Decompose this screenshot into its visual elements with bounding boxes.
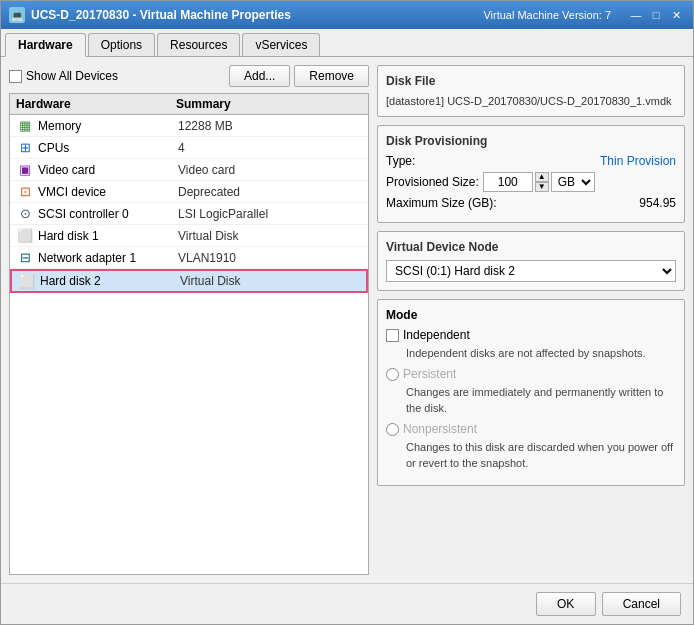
- cpu-icon: ⊞: [16, 140, 34, 156]
- show-all-left: Show All Devices: [9, 69, 118, 83]
- hardware-table: Hardware Summary ▦Memory12288 MB⊞CPUs4▣V…: [9, 93, 369, 575]
- unit-select[interactable]: GB MB TB: [551, 172, 595, 192]
- row-summary: 4: [178, 141, 362, 155]
- right-panel: Disk File [datastore1] UCS-D_20170830/UC…: [377, 65, 685, 575]
- row-hardware-name: VMCI device: [38, 185, 178, 199]
- window-icon: 💻: [9, 7, 25, 23]
- row-hardware-name: Hard disk 2: [40, 274, 180, 288]
- max-size-row: Maximum Size (GB): 954.95: [386, 196, 676, 210]
- vm-version: Virtual Machine Version: 7: [483, 9, 611, 21]
- disk-file-title: Disk File: [386, 74, 676, 88]
- nonpersistent-radio[interactable]: [386, 423, 399, 436]
- table-row[interactable]: ▣Video cardVideo card: [10, 159, 368, 181]
- row-hardware-name: Video card: [38, 163, 178, 177]
- row-hardware-name: CPUs: [38, 141, 178, 155]
- window-title: UCS-D_20170830 - Virtual Machine Propert…: [31, 8, 291, 22]
- table-row[interactable]: ⊙SCSI controller 0LSI LogicParallel: [10, 203, 368, 225]
- provisioned-label: Provisioned Size:: [386, 175, 479, 189]
- provisioned-size-row: Provisioned Size: ▲ ▼ GB MB TB: [386, 172, 676, 192]
- title-bar: 💻 UCS-D_20170830 - Virtual Machine Prope…: [1, 1, 693, 29]
- row-hardware-name: Hard disk 1: [38, 229, 178, 243]
- max-size-label: Maximum Size (GB):: [386, 196, 497, 210]
- net-icon: ⊟: [16, 250, 34, 266]
- row-summary: 12288 MB: [178, 119, 362, 133]
- tab-vservices[interactable]: vServices: [242, 33, 320, 56]
- row-summary: Video card: [178, 163, 362, 177]
- disk-icon: ⬜: [16, 228, 34, 244]
- footer: OK Cancel: [1, 583, 693, 624]
- add-button[interactable]: Add...: [229, 65, 290, 87]
- provisioned-input[interactable]: [483, 172, 533, 192]
- table-row[interactable]: ⊟Network adapter 1VLAN1910: [10, 247, 368, 269]
- video-icon: ▣: [16, 162, 34, 178]
- provisioned-spinner: ▲ ▼ GB MB TB: [483, 172, 595, 192]
- persistent-radio[interactable]: [386, 368, 399, 381]
- spinner-up[interactable]: ▲: [535, 172, 549, 182]
- row-hardware-name: Network adapter 1: [38, 251, 178, 265]
- disk-file-section: Disk File [datastore1] UCS-D_20170830/UC…: [377, 65, 685, 117]
- nonpersistent-label: Nonpersistent: [403, 422, 477, 436]
- type-value: Thin Provision: [480, 154, 676, 168]
- hardware-rows: ▦Memory12288 MB⊞CPUs4▣Video cardVideo ca…: [10, 115, 368, 293]
- table-row[interactable]: ⬜Hard disk 1Virtual Disk: [10, 225, 368, 247]
- show-all-checkbox[interactable]: [9, 70, 22, 83]
- row-summary: Deprecated: [178, 185, 362, 199]
- table-header: Hardware Summary: [10, 94, 368, 115]
- main-content: Show All Devices Add... Remove Hardware …: [1, 57, 693, 583]
- show-all-row: Show All Devices Add... Remove: [9, 65, 369, 87]
- persistent-desc: Changes are immediately and permanently …: [406, 385, 676, 416]
- independent-row: Independent: [386, 328, 676, 342]
- title-controls: — □ ✕: [627, 7, 685, 23]
- tab-bar: Hardware Options Resources vServices: [1, 29, 693, 57]
- vdn-select[interactable]: SCSI (0:1) Hard disk 2: [386, 260, 676, 282]
- independent-checkbox[interactable]: [386, 329, 399, 342]
- vmci-icon: ⊡: [16, 184, 34, 200]
- col-hardware: Hardware: [16, 97, 176, 111]
- left-panel: Show All Devices Add... Remove Hardware …: [9, 65, 369, 575]
- show-all-buttons: Add... Remove: [229, 65, 369, 87]
- mode-title: Mode: [386, 308, 676, 322]
- table-row[interactable]: ⊞CPUs4: [10, 137, 368, 159]
- virtual-machine-properties-window: 💻 UCS-D_20170830 - Virtual Machine Prope…: [0, 0, 694, 625]
- tab-resources[interactable]: Resources: [157, 33, 240, 56]
- maximize-button[interactable]: □: [647, 7, 665, 23]
- vdn-title: Virtual Device Node: [386, 240, 676, 254]
- cancel-button[interactable]: Cancel: [602, 592, 681, 616]
- ok-button[interactable]: OK: [536, 592, 596, 616]
- independent-label: Independent: [403, 328, 470, 342]
- close-button[interactable]: ✕: [667, 7, 685, 23]
- title-bar-left: 💻 UCS-D_20170830 - Virtual Machine Prope…: [9, 7, 291, 23]
- row-hardware-name: SCSI controller 0: [38, 207, 178, 221]
- disk-provisioning-section: Disk Provisioning Type: Thin Provision P…: [377, 125, 685, 223]
- tab-options[interactable]: Options: [88, 33, 155, 56]
- mode-section: Mode Independent Independent disks are n…: [377, 299, 685, 486]
- independent-desc: Independent disks are not affected by sn…: [406, 346, 676, 361]
- table-row[interactable]: ▦Memory12288 MB: [10, 115, 368, 137]
- row-summary: VLAN1910: [178, 251, 362, 265]
- type-label: Type:: [386, 154, 476, 168]
- disk-file-value: [datastore1] UCS-D_20170830/UCS-D_201708…: [386, 95, 672, 107]
- persistent-row: Persistent: [386, 367, 676, 381]
- nonpersistent-desc: Changes to this disk are discarded when …: [406, 440, 676, 471]
- row-hardware-name: Memory: [38, 119, 178, 133]
- memory-icon: ▦: [16, 118, 34, 134]
- col-summary: Summary: [176, 97, 362, 111]
- row-summary: Virtual Disk: [180, 274, 360, 288]
- row-summary: Virtual Disk: [178, 229, 362, 243]
- scsi-icon: ⊙: [16, 206, 34, 222]
- minimize-button[interactable]: —: [627, 7, 645, 23]
- disk-provisioning-title: Disk Provisioning: [386, 134, 676, 148]
- show-all-label: Show All Devices: [26, 69, 118, 83]
- disk2-icon: ⬜: [18, 273, 36, 289]
- tab-hardware[interactable]: Hardware: [5, 33, 86, 57]
- spinner-down[interactable]: ▼: [535, 182, 549, 192]
- virtual-device-node-section: Virtual Device Node SCSI (0:1) Hard disk…: [377, 231, 685, 291]
- spinner-buttons: ▲ ▼: [535, 172, 549, 192]
- table-row[interactable]: ⬜Hard disk 2Virtual Disk: [10, 269, 368, 293]
- table-row[interactable]: ⊡VMCI deviceDeprecated: [10, 181, 368, 203]
- persistent-label: Persistent: [403, 367, 456, 381]
- max-size-value: 954.95: [639, 196, 676, 210]
- remove-button[interactable]: Remove: [294, 65, 369, 87]
- type-row: Type: Thin Provision: [386, 154, 676, 168]
- row-summary: LSI LogicParallel: [178, 207, 362, 221]
